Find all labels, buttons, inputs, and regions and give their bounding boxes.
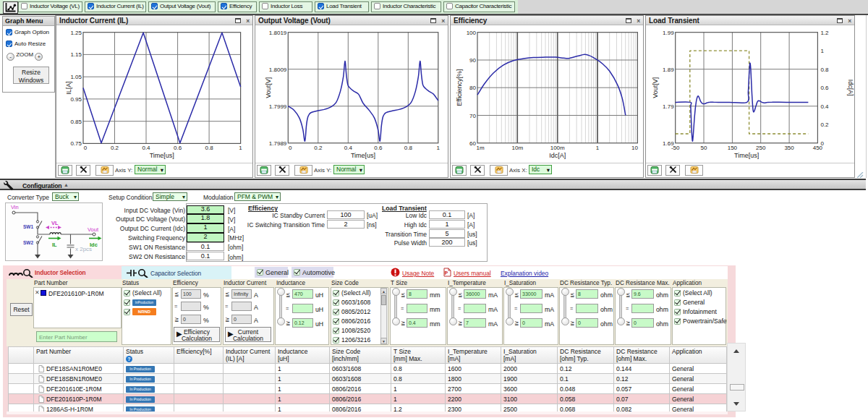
svg-text:Time[us]: Time[us] xyxy=(150,152,174,159)
svg-text:0.75: 0.75 xyxy=(70,140,82,147)
svg-text:1: 1 xyxy=(596,145,600,151)
svg-text:450: 450 xyxy=(813,145,823,151)
svg-text:1: 1 xyxy=(820,48,824,54)
svg-text:0.2: 0.2 xyxy=(111,145,119,151)
svg-text:50: 50 xyxy=(701,145,707,151)
svg-text:0.95: 0.95 xyxy=(70,96,82,103)
svg-text:1.15: 1.15 xyxy=(70,51,82,58)
svg-text:10: 10 xyxy=(631,145,638,151)
svg-text:Idc[A]: Idc[A] xyxy=(847,80,854,96)
svg-text:1.79: 1.79 xyxy=(663,103,674,110)
svg-text:1.8009: 1.8009 xyxy=(269,67,287,73)
svg-text:10m: 10m xyxy=(512,145,524,151)
svg-text:0.2: 0.2 xyxy=(314,145,323,151)
svg-text:IL[A]: IL[A] xyxy=(65,81,72,95)
svg-text:150: 150 xyxy=(728,145,738,151)
svg-text:0.6: 0.6 xyxy=(820,85,829,91)
svg-text:SW2: SW2 xyxy=(23,240,33,245)
svg-text:80: 80 xyxy=(469,85,476,91)
svg-text:Efficiency[%]: Efficiency[%] xyxy=(456,69,463,106)
svg-text:1.25: 1.25 xyxy=(70,30,82,36)
svg-text:1.99: 1.99 xyxy=(663,30,674,36)
svg-text:1: 1 xyxy=(239,145,242,151)
svg-text:0.6: 0.6 xyxy=(174,145,182,151)
svg-text:SW1: SW1 xyxy=(23,224,33,229)
svg-text:0.4: 0.4 xyxy=(820,103,829,110)
svg-text:1m: 1m xyxy=(476,145,484,151)
svg-text:0.8: 0.8 xyxy=(820,67,829,73)
svg-text:Time[us]: Time[us] xyxy=(351,152,375,159)
svg-text:250: 250 xyxy=(756,145,766,151)
svg-text:0: 0 xyxy=(84,145,88,151)
svg-text:Vin: Vin xyxy=(11,204,19,210)
svg-text:100: 100 xyxy=(467,30,477,36)
svg-text:x 2pcs: x 2pcs xyxy=(75,246,92,252)
svg-text:1.05: 1.05 xyxy=(70,74,82,80)
svg-text:P: P xyxy=(445,270,448,276)
svg-text:0.2: 0.2 xyxy=(820,121,829,128)
svg-text:350: 350 xyxy=(784,145,794,151)
svg-text:60: 60 xyxy=(469,140,476,147)
svg-text:1.2: 1.2 xyxy=(820,30,829,36)
svg-text:0.8: 0.8 xyxy=(205,145,214,151)
svg-text:-50: -50 xyxy=(671,145,680,151)
svg-text:0.6: 0.6 xyxy=(374,145,383,151)
svg-text:1.89: 1.89 xyxy=(663,67,674,73)
svg-text:1: 1 xyxy=(437,145,441,151)
svg-text:1.8019: 1.8019 xyxy=(269,30,287,36)
svg-text:Idc[A]: Idc[A] xyxy=(549,152,566,159)
svg-text:Vout[V]: Vout[V] xyxy=(652,77,659,98)
svg-text:IL: IL xyxy=(52,242,57,248)
svg-text:90: 90 xyxy=(469,57,476,64)
svg-text:0: 0 xyxy=(289,145,292,151)
svg-text:1.7989: 1.7989 xyxy=(269,140,287,147)
svg-text:0.4: 0.4 xyxy=(344,145,353,151)
svg-text:100m: 100m xyxy=(550,145,565,151)
svg-text:Vout[V]: Vout[V] xyxy=(265,77,272,98)
svg-text:VL: VL xyxy=(51,220,59,226)
svg-text:Time[us]: Time[us] xyxy=(734,152,759,159)
svg-text:70: 70 xyxy=(469,113,476,119)
svg-text:0.8: 0.8 xyxy=(404,145,413,151)
svg-text:1.7999: 1.7999 xyxy=(269,103,287,110)
svg-text:0.85: 0.85 xyxy=(70,119,82,125)
svg-text:0.4: 0.4 xyxy=(142,145,150,151)
